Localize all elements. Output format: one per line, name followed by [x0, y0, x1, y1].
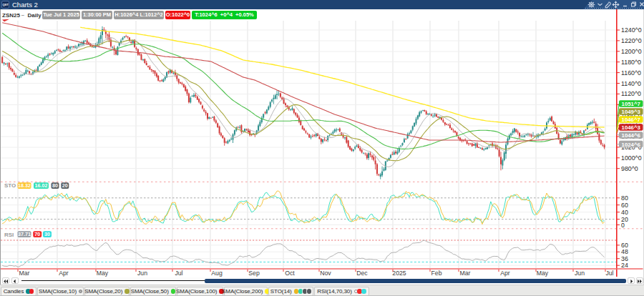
svg-text:1160^0: 1160^0: [621, 69, 641, 77]
svg-text:1120^0: 1120^0: [621, 90, 641, 97]
svg-text:Jun: Jun: [575, 270, 585, 277]
svg-text:0: 0: [621, 222, 625, 229]
svg-text:40: 40: [621, 209, 628, 216]
svg-text:Nov: Nov: [320, 270, 331, 277]
svg-text:1046^7: 1046^7: [622, 117, 640, 123]
svg-text:Jul: Jul: [605, 270, 613, 277]
svg-text:36: 36: [621, 255, 628, 262]
svg-text:STO: STO: [4, 182, 16, 189]
svg-text:May: May: [537, 270, 549, 277]
svg-text:980^0: 980^0: [621, 165, 638, 172]
svg-text:24: 24: [621, 262, 628, 269]
svg-text:1049^3: 1049^3: [622, 109, 641, 115]
svg-text:1044^6: 1044^6: [622, 132, 641, 139]
svg-text:80: 80: [621, 194, 628, 202]
svg-text:May: May: [97, 270, 109, 277]
svg-text:18.32: 18.32: [18, 182, 31, 189]
svg-text:80: 80: [52, 182, 58, 189]
svg-text:Jul: Jul: [175, 270, 182, 277]
svg-text:2025: 2025: [392, 270, 406, 277]
svg-text:Feb: Feb: [431, 270, 442, 277]
svg-text:30: 30: [44, 231, 50, 237]
svg-text:60: 60: [621, 202, 628, 209]
svg-text:Aug: Aug: [211, 270, 223, 277]
svg-text:Oct: Oct: [285, 270, 295, 277]
svg-text:20: 20: [62, 182, 68, 189]
svg-text:37.71: 37.71: [18, 231, 31, 237]
svg-text:1200^0: 1200^0: [621, 48, 642, 55]
svg-text:1000^0: 1000^0: [621, 154, 642, 162]
svg-text:1220^0: 1220^0: [621, 37, 642, 44]
svg-text:Sep: Sep: [248, 270, 260, 277]
svg-text:Mar: Mar: [19, 270, 30, 277]
svg-text:RSI: RSI: [4, 232, 14, 238]
svg-text:1046^3: 1046^3: [622, 124, 641, 131]
svg-text:1240^0: 1240^0: [621, 26, 642, 34]
svg-text:1180^0: 1180^0: [621, 59, 641, 66]
svg-text:1051^7: 1051^7: [622, 101, 640, 107]
svg-text:Apr: Apr: [500, 270, 510, 277]
svg-text:Dec: Dec: [356, 270, 368, 277]
svg-text:Jun: Jun: [137, 270, 147, 277]
svg-text:16.02: 16.02: [35, 182, 48, 189]
svg-text:1024^6: 1024^6: [622, 142, 641, 148]
svg-text:Mar: Mar: [460, 270, 471, 277]
svg-text:Apr: Apr: [59, 270, 69, 277]
svg-text:1140^0: 1140^0: [621, 80, 641, 87]
svg-text:70: 70: [34, 231, 40, 237]
